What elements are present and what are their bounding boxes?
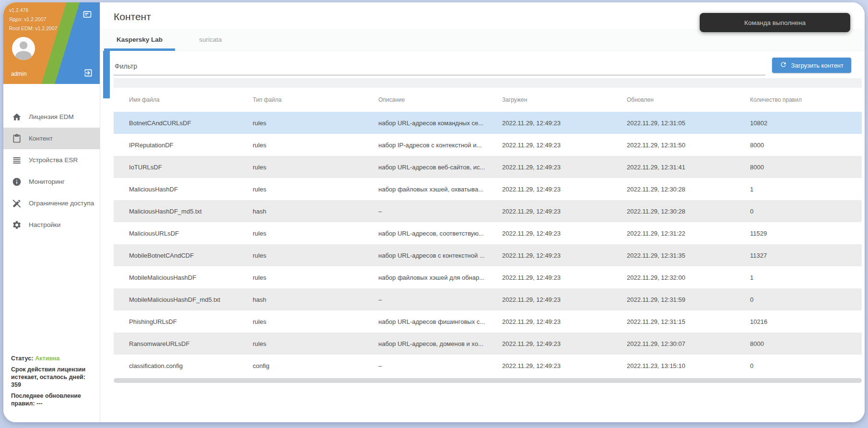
load-content-button[interactable]: Загрузить контент xyxy=(772,58,851,73)
sidebar-item-monitoring[interactable]: Мониторинг xyxy=(3,171,100,192)
screenshot-stage: v1.2.476 Ядро: v1.2.2007 Root EDM: v1.2.… xyxy=(0,0,868,428)
table-row[interactable]: PhishingURLsDFrulesнабор URL-адресов фиш… xyxy=(114,310,862,333)
sidebar-item-content[interactable]: Контент xyxy=(3,128,100,149)
avatar[interactable] xyxy=(12,37,35,60)
username: admin xyxy=(11,71,27,77)
sidebar-menu: Лицензия EDMКонтентУстройства ESRМонитор… xyxy=(3,84,100,236)
clipboard-icon xyxy=(12,134,22,143)
cell-type: hash xyxy=(253,296,378,303)
last-rules-update-text: Последнее обновление правил: --- xyxy=(11,392,96,407)
cell-updated: 2022.11.29, 12:31:15 xyxy=(627,318,750,325)
cell-updated: 2022.11.29, 12:30:28 xyxy=(627,186,750,193)
cell-name: classification.config xyxy=(129,362,253,369)
cell-name: IPReputationDF xyxy=(129,142,253,149)
table-header-row: Имя файлаТип файлаОписаниеЗагруженОбновл… xyxy=(114,88,862,112)
edit-off-icon xyxy=(12,199,22,208)
filter-row: Загрузить контент xyxy=(114,55,851,76)
refresh-icon xyxy=(780,61,787,70)
filter-input[interactable] xyxy=(114,56,765,75)
table-row[interactable]: BotnetCAndCURLsDFrulesнабор URL-адресов … xyxy=(114,112,862,134)
horizontal-scrollbar[interactable] xyxy=(114,378,862,383)
cell-desc: набор URL-адресов с контекстной ... xyxy=(378,252,502,259)
table-row[interactable]: MobileBotnetCAndCDFrulesнабор URL-адресо… xyxy=(114,244,862,266)
license-expiry-text: Срок действия лицензии истекает, осталос… xyxy=(11,366,96,389)
tab-suricata[interactable]: suricata xyxy=(175,29,246,50)
license-status-block: Статус:Активна Срок действия лицензии ис… xyxy=(11,355,96,411)
cell-type: rules xyxy=(253,318,378,325)
cell-name: MobileMaliciousHashDF xyxy=(129,274,253,281)
cell-loaded: 2022.11.29, 12:49:23 xyxy=(502,230,627,237)
column-header: Описание xyxy=(378,96,502,103)
vertical-scroll-indicator[interactable] xyxy=(103,51,110,98)
table-row[interactable]: classification.configconfig–2022.11.29, … xyxy=(114,355,862,377)
sidebar-brand-header: v1.2.476 Ядро: v1.2.2007 Root EDM: v1.2.… xyxy=(3,2,100,84)
cell-desc: – xyxy=(378,296,502,303)
table-row[interactable]: MaliciousURLsDFrulesнабор URL-адресов, с… xyxy=(114,222,862,244)
table-row[interactable]: RansomwareURLsDFrulesнабор URL-адресов, … xyxy=(114,333,862,355)
cell-desc: набор файловых хэшей, охватыва... xyxy=(378,186,502,193)
cell-name: PhishingURLsDF xyxy=(129,318,253,325)
column-header: Количество правил xyxy=(750,96,862,103)
cell-count: 8000 xyxy=(750,164,862,171)
sidebar-item-label: Настройки xyxy=(29,221,60,228)
content-table: Имя файлаТип файлаОписаниеЗагруженОбновл… xyxy=(114,88,862,377)
table-row[interactable]: MaliciousHashDF_md5.txthash–2022.11.29, … xyxy=(114,200,862,222)
cell-desc: набор URL-адресов командных се... xyxy=(378,119,502,127)
cell-updated: 2022.11.29, 12:31:41 xyxy=(627,164,750,171)
cell-count: 10216 xyxy=(750,318,862,325)
cell-desc: набор URL-адресов фишинговых с... xyxy=(378,318,502,325)
version-line-3: Root EDM: v1.2.2007 xyxy=(9,24,100,33)
cell-name: BotnetCAndCURLsDF xyxy=(129,119,253,127)
cell-desc: набор URL-адресов, доменов и хо... xyxy=(378,340,502,347)
table-row[interactable]: IPReputationDFrulesнабор IP-адресов с ко… xyxy=(114,134,862,156)
table-row[interactable]: IoTURLsDFrulesнабор URL-адресов веб-сайт… xyxy=(114,156,862,178)
info-icon xyxy=(12,177,22,187)
cell-loaded: 2022.11.29, 12:49:23 xyxy=(502,119,627,127)
gear-icon xyxy=(12,220,22,230)
table-row[interactable]: MaliciousHashDFrulesнабор файловых хэшей… xyxy=(114,178,862,200)
cell-loaded: 2022.11.29, 12:49:23 xyxy=(502,186,627,193)
cell-type: rules xyxy=(253,164,378,171)
cell-loaded: 2022.11.29, 12:49:23 xyxy=(502,296,627,303)
column-header: Загружен xyxy=(502,96,627,103)
cell-desc: набор IP-адресов с контекстной и... xyxy=(378,142,502,149)
cell-loaded: 2022.11.29, 12:49:23 xyxy=(502,208,627,215)
sidebar: v1.2.476 Ядро: v1.2.2007 Root EDM: v1.2.… xyxy=(3,2,100,422)
cell-type: rules xyxy=(253,274,378,281)
cell-count: 8000 xyxy=(750,142,862,149)
sidebar-item-settings[interactable]: Настройки xyxy=(3,214,100,236)
cell-name: MaliciousHashDF xyxy=(129,186,253,193)
app-window: v1.2.476 Ядро: v1.2.2007 Root EDM: v1.2.… xyxy=(3,2,865,422)
home-icon xyxy=(12,112,22,122)
cell-name: MobileBotnetCAndCDF xyxy=(129,252,253,259)
cell-count: 0 xyxy=(750,296,862,303)
cell-loaded: 2022.11.29, 12:49:23 xyxy=(502,142,627,149)
sidebar-item-license[interactable]: Лицензия EDM xyxy=(3,106,100,128)
cell-count: 11327 xyxy=(750,252,862,259)
table-row[interactable]: MobileMaliciousHashDFrulesнабор файловых… xyxy=(114,266,862,288)
cell-updated: 2022.11.29, 12:31:35 xyxy=(627,252,750,259)
sidebar-item-access[interactable]: Ограничение доступа xyxy=(3,192,100,214)
cell-name: MaliciousURLsDF xyxy=(129,230,253,237)
cell-type: rules xyxy=(253,252,378,259)
tab-kaspersky-lab[interactable]: Kaspersky Lab xyxy=(104,29,175,50)
cell-loaded: 2022.11.29, 12:49:23 xyxy=(502,252,627,259)
cell-updated: 2022.11.29, 12:31:22 xyxy=(627,230,750,237)
status-label: Статус: xyxy=(11,355,33,362)
cell-type: rules xyxy=(253,230,378,237)
logout-icon[interactable] xyxy=(83,68,93,78)
sidebar-item-label: Лицензия EDM xyxy=(29,113,74,120)
cell-updated: 2022.11.29, 12:31:05 xyxy=(627,119,750,127)
sidebar-item-devices[interactable]: Устройства ESR xyxy=(3,149,100,171)
cell-updated: 2022.11.29, 12:30:07 xyxy=(627,340,750,347)
column-header: Обновлен xyxy=(627,96,750,103)
cell-name: MaliciousHashDF_md5.txt xyxy=(129,208,253,215)
card-icon[interactable] xyxy=(82,10,92,19)
cell-count: 8000 xyxy=(750,340,862,347)
cell-loaded: 2022.11.29, 12:49:23 xyxy=(502,164,627,171)
table-row[interactable]: MobileMaliciousHashDF_md5.txthash–2022.1… xyxy=(114,288,862,310)
cell-desc: набор URL-адресов, соответствую... xyxy=(378,230,502,237)
cell-type: config xyxy=(253,362,378,369)
cell-loaded: 2022.11.29, 12:49:23 xyxy=(502,362,627,369)
toast-message: Команда выполнена xyxy=(744,19,806,26)
